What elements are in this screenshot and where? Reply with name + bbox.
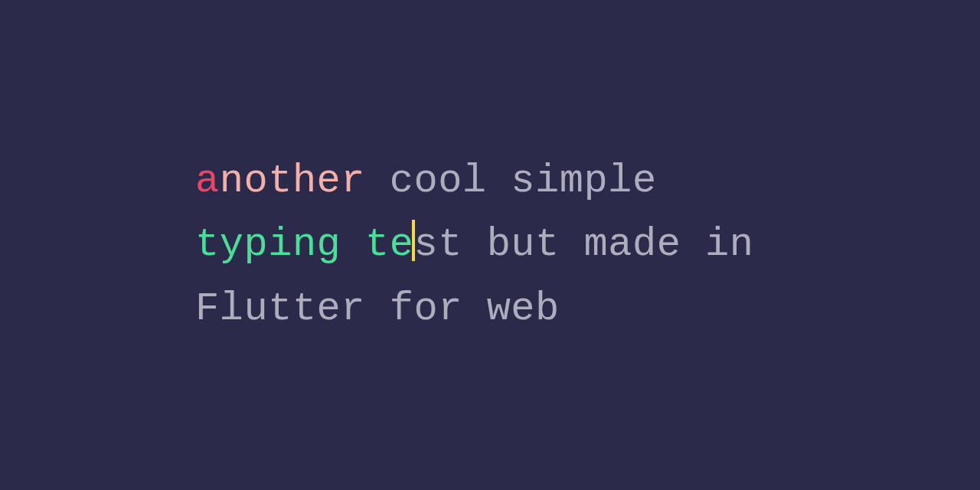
typing-char: l <box>462 158 487 204</box>
typing-char: e <box>317 286 341 332</box>
typing-char: y <box>220 222 244 267</box>
typing-char: p <box>584 158 609 204</box>
typing-char: t <box>438 222 462 267</box>
typing-char: e <box>390 222 414 267</box>
typing-char: r <box>341 158 365 204</box>
typing-char: i <box>268 222 292 267</box>
typing-char <box>657 158 681 204</box>
typing-char <box>462 286 487 332</box>
typing-char: c <box>390 158 414 204</box>
typing-char: o <box>438 158 462 204</box>
typing-char: t <box>292 286 317 332</box>
typing-char: o <box>413 286 438 332</box>
typing-char <box>487 158 511 204</box>
typing-char: b <box>535 286 560 332</box>
typing-char: e <box>317 158 341 204</box>
typing-char: l <box>220 286 244 332</box>
typing-char: h <box>292 158 317 204</box>
typing-char: s <box>413 222 438 267</box>
typing-char: l <box>608 158 632 204</box>
typing-char: e <box>657 222 681 267</box>
typing-char: g <box>317 222 341 267</box>
typing-char: u <box>243 286 268 332</box>
typing-char <box>754 222 779 267</box>
typing-char: m <box>584 222 609 267</box>
typing-char: a <box>608 222 632 267</box>
typing-char: s <box>511 158 535 204</box>
typing-char: t <box>268 158 292 204</box>
typing-char: d <box>632 222 657 267</box>
typing-char: r <box>438 286 462 332</box>
typing-char: n <box>220 158 244 204</box>
typing-char: m <box>560 158 584 204</box>
typing-char <box>365 286 390 332</box>
typing-char <box>462 222 487 267</box>
typing-char: n <box>730 222 754 267</box>
typing-char: e <box>632 158 657 204</box>
typing-char: i <box>535 158 560 204</box>
typing-char: t <box>195 222 220 267</box>
typing-char: p <box>243 222 268 267</box>
typing-char: t <box>268 286 292 332</box>
typing-char: n <box>292 222 317 267</box>
typing-char: r <box>341 286 365 332</box>
typing-char: o <box>243 158 268 204</box>
typing-char: o <box>413 158 438 204</box>
typing-char: a <box>195 158 220 204</box>
typing-char: t <box>365 222 390 267</box>
typing-char: i <box>705 222 730 267</box>
typing-char: u <box>511 222 535 267</box>
typing-char: f <box>390 286 414 332</box>
typing-char <box>681 222 705 267</box>
typing-char: F <box>195 286 220 332</box>
typing-char: t <box>535 222 560 267</box>
typing-char <box>560 222 584 267</box>
typing-char: b <box>487 222 511 267</box>
typing-test-area[interactable]: another cool simple typing test but made… <box>195 149 785 341</box>
typing-char: e <box>511 286 535 332</box>
typing-char: w <box>487 286 511 332</box>
typing-char <box>341 222 365 267</box>
typing-char <box>365 158 390 204</box>
